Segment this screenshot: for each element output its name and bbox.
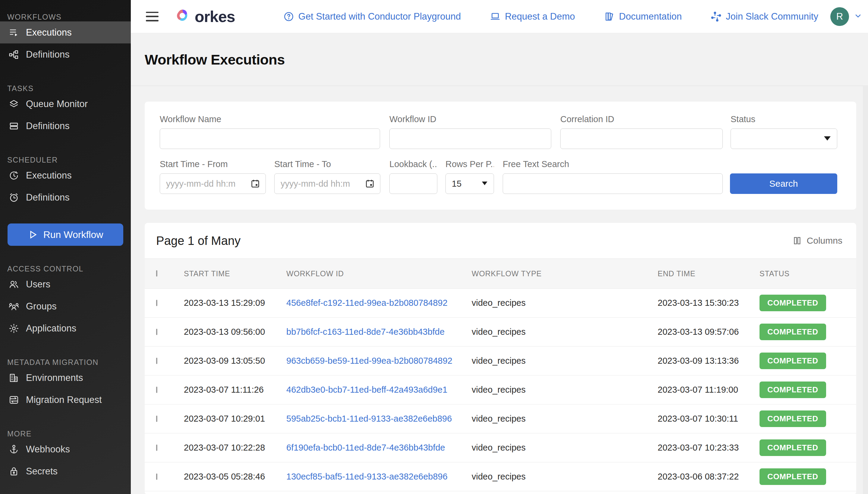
row-checkbox[interactable] bbox=[156, 444, 157, 451]
sidebar-section-tasks: TASKS bbox=[0, 84, 131, 93]
app-root: WORKFLOWS Executions Definitions TASKS Q… bbox=[0, 0, 868, 494]
table-row: 2023-03-07 11:11:26 462db3e0-bcb7-11ed-b… bbox=[145, 376, 856, 404]
status-badge: COMPLETED bbox=[760, 324, 826, 340]
documentation-link[interactable]: Documentation bbox=[604, 11, 682, 22]
cell-workflow-id-link[interactable]: 963cb659-be59-11ed-99ea-b2b080784892 bbox=[286, 356, 472, 366]
sidebar-item-secrets[interactable]: Secrets bbox=[0, 460, 131, 482]
sidebar-item-workflow-definitions[interactable]: Definitions bbox=[0, 43, 131, 65]
sidebar: WORKFLOWS Executions Definitions TASKS Q… bbox=[0, 0, 131, 494]
results-panel: Page 1 of Many Columns START TIME WORKFL… bbox=[145, 223, 856, 494]
cell-workflow-id-link[interactable]: 595ab25c-bcb1-11ed-9133-ae382e6eb896 bbox=[286, 414, 472, 424]
free-text-search-input[interactable] bbox=[503, 173, 723, 194]
cell-end-time: 2023-03-07 11:19:00 bbox=[658, 385, 760, 395]
lookback-input[interactable] bbox=[389, 173, 437, 194]
rows-per-page-select[interactable] bbox=[446, 173, 494, 194]
columns-button[interactable]: Columns bbox=[792, 235, 842, 246]
sidebar-item-scheduler-definitions[interactable]: Definitions bbox=[0, 186, 131, 208]
select-all-checkbox[interactable] bbox=[156, 270, 157, 277]
row-checkbox[interactable] bbox=[156, 300, 157, 306]
sidebar-item-label: Environments bbox=[26, 373, 83, 383]
row-checkbox[interactable] bbox=[156, 387, 157, 393]
cell-start-time: 2023-03-07 10:29:01 bbox=[184, 414, 286, 424]
anchor-icon bbox=[8, 444, 26, 455]
cell-workflow-type: video_recipes bbox=[472, 414, 658, 424]
request-demo-link[interactable]: Request a Demo bbox=[490, 11, 575, 22]
run-workflow-button[interactable]: Run Workflow bbox=[7, 224, 123, 246]
orkes-logo[interactable]: orkes bbox=[173, 7, 235, 26]
status-badge: COMPLETED bbox=[760, 381, 826, 398]
cell-workflow-id-link[interactable]: 130ecf85-baf5-11ed-9133-ae382e6eb896 bbox=[286, 472, 472, 482]
status-badge: COMPLETED bbox=[760, 468, 826, 485]
orkes-logo-mark bbox=[173, 7, 192, 26]
table-row: 2023-03-09 13:05:50 963cb659-be59-11ed-9… bbox=[145, 346, 856, 376]
slack-icon bbox=[711, 11, 722, 22]
sidebar-item-task-definitions[interactable]: Definitions bbox=[0, 115, 131, 137]
hamburger-menu-icon[interactable] bbox=[146, 12, 159, 21]
avatar[interactable]: R bbox=[830, 7, 849, 26]
page-indicator: Page 1 of Many bbox=[156, 234, 240, 248]
filter-row-1: Workflow Name Workflow ID Correlation ID… bbox=[160, 114, 840, 149]
search-button[interactable]: Search bbox=[730, 173, 837, 194]
col-status: STATUS bbox=[760, 269, 856, 278]
calendar-icon[interactable] bbox=[365, 178, 375, 189]
sidebar-item-webhooks[interactable]: Webhooks bbox=[0, 438, 131, 460]
sidebar-item-environments[interactable]: Environments bbox=[0, 367, 131, 389]
correlation-id-input[interactable] bbox=[560, 129, 723, 149]
correlation-id-label: Correlation ID bbox=[560, 114, 723, 124]
row-checkbox[interactable] bbox=[156, 358, 157, 364]
account-menu[interactable]: R bbox=[830, 7, 862, 26]
cell-start-time: 2023-03-09 13:05:50 bbox=[184, 356, 286, 366]
cell-end-time: 2023-03-09 13:13:36 bbox=[658, 356, 760, 366]
sidebar-item-label: Queue Monitor bbox=[26, 99, 88, 110]
row-checkbox[interactable] bbox=[156, 474, 157, 480]
sidebar-item-groups[interactable]: Groups bbox=[0, 295, 131, 317]
calendar-icon[interactable] bbox=[250, 178, 260, 189]
table-row: 2023-03-05 05:28:46 130ecf85-baf5-11ed-9… bbox=[145, 462, 856, 491]
sidebar-item-scheduler-executions[interactable]: Executions bbox=[0, 164, 131, 186]
sidebar-item-queue-monitor[interactable]: Queue Monitor bbox=[0, 93, 131, 115]
vertical-scrollbar[interactable] bbox=[863, 86, 868, 494]
cell-workflow-type: video_recipes bbox=[472, 385, 658, 395]
cell-workflow-id-link[interactable]: bb7b6fcf-c163-11ed-8de7-4e36bb43bfde bbox=[286, 327, 472, 337]
get-started-label: Get Started with Conductor Playground bbox=[298, 11, 461, 22]
sidebar-section-access-control: ACCESS CONTROL bbox=[0, 265, 131, 273]
row-checkbox[interactable] bbox=[156, 416, 157, 422]
columns-label: Columns bbox=[807, 235, 842, 246]
users-icon bbox=[8, 279, 26, 290]
sidebar-section-workflows: WORKFLOWS bbox=[0, 13, 131, 21]
cell-workflow-id-link[interactable]: 456e8fef-c192-11ed-99ea-b2b080784892 bbox=[286, 298, 472, 308]
row-checkbox[interactable] bbox=[156, 329, 157, 335]
sidebar-item-workflow-executions[interactable]: Executions bbox=[0, 21, 131, 43]
sidebar-item-label: Executions bbox=[26, 27, 72, 38]
content: Workflow Name Workflow ID Correlation ID… bbox=[131, 86, 868, 494]
status-select[interactable] bbox=[731, 129, 837, 149]
cell-workflow-id-link[interactable]: 6f190efa-bcb0-11ed-8de7-4e36bb43bfde bbox=[286, 443, 472, 453]
list-play-icon bbox=[8, 27, 26, 38]
sidebar-item-label: Migration Request bbox=[26, 395, 102, 405]
filter-panel: Workflow Name Workflow ID Correlation ID… bbox=[145, 102, 856, 210]
sidebar-section-more: MORE bbox=[0, 430, 131, 438]
join-slack-link[interactable]: Join Slack Community bbox=[711, 11, 818, 22]
sidebar-item-migration-request[interactable]: Migration Request bbox=[0, 389, 131, 411]
filter-row-2: Start Time - From Start Time - To Lookba… bbox=[160, 159, 840, 194]
play-icon bbox=[28, 229, 38, 240]
sidebar-item-applications[interactable]: Applications bbox=[0, 317, 131, 339]
workflow-name-input[interactable] bbox=[160, 129, 380, 149]
sidebar-item-label: Definitions bbox=[26, 49, 70, 60]
sidebar-item-label: Secrets bbox=[26, 466, 58, 477]
workflow-tree-icon bbox=[8, 49, 26, 60]
cell-workflow-type: video_recipes bbox=[472, 472, 658, 482]
sidebar-item-label: Users bbox=[26, 279, 50, 290]
sidebar-item-label: Definitions bbox=[26, 192, 70, 203]
cell-start-time: 2023-03-07 11:11:26 bbox=[184, 385, 286, 395]
start-time-from-label: Start Time - From bbox=[160, 159, 266, 169]
sidebar-item-users[interactable]: Users bbox=[0, 273, 131, 295]
cell-workflow-id-link[interactable]: 462db3e0-bcb7-11ed-beff-42a493a6d9e1 bbox=[286, 385, 472, 395]
sidebar-item-label: Executions bbox=[26, 170, 72, 181]
table-row: 2023-03-13 09:56:00 bb7b6fcf-c163-11ed-8… bbox=[145, 318, 856, 346]
chevron-down-icon[interactable] bbox=[854, 12, 862, 21]
get-started-link[interactable]: Get Started with Conductor Playground bbox=[283, 11, 461, 22]
workflow-id-input[interactable] bbox=[389, 129, 551, 149]
lock-icon bbox=[8, 466, 26, 477]
gear-icon bbox=[8, 323, 26, 334]
